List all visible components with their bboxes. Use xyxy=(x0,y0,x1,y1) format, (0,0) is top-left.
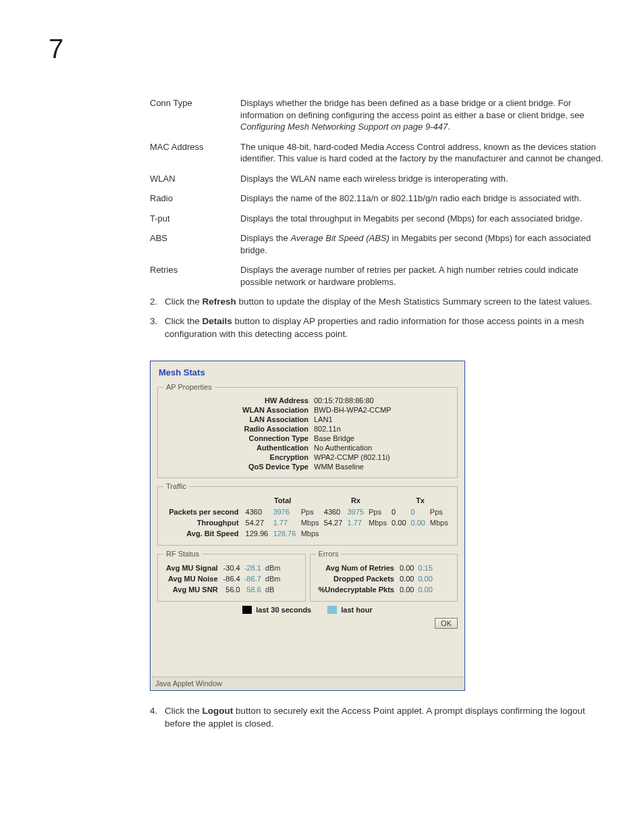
def-radio: Radio Displays the name of the 802.11a/n… xyxy=(150,192,609,205)
def-tput: T-put Displays the total throughput in M… xyxy=(150,213,609,225)
traffic-row-pps: Packets per second 43603976Pps 43603975P… xyxy=(165,507,450,517)
rf-status-group: RF Status Avg MU Signal-30.4-28.1dBm Avg… xyxy=(157,550,306,602)
definition-list: Conn Type Displays whether the bridge ha… xyxy=(150,97,609,296)
ok-button[interactable]: OK xyxy=(435,618,458,629)
swatch-black-icon xyxy=(242,606,252,614)
status-bar: Java Applet Window xyxy=(151,677,464,689)
ap-properties-legend: AP Properties xyxy=(163,383,215,391)
traffic-legend: Traffic xyxy=(163,482,189,490)
steps-top: 2. Click the Refresh button to update th… xyxy=(150,296,609,348)
mesh-stats-dialog: Mesh Stats AP Properties HW Address00:15… xyxy=(150,361,465,691)
traffic-table: Total Rx Tx Packets per second 43603976P… xyxy=(163,494,452,540)
legend-row: last 30 seconds last hour xyxy=(157,606,458,614)
def-mac-address: MAC Address The unique 48-bit, hard-code… xyxy=(150,141,609,165)
traffic-row-abs: Avg. Bit Speed 129.96128.76Mbps xyxy=(165,529,450,538)
dialog-title: Mesh Stats xyxy=(151,361,464,381)
steps-bottom: 4. Click the Logout button to securely e… xyxy=(150,705,609,737)
traffic-group: Traffic Total Rx Tx Packets per second 4… xyxy=(157,482,458,546)
def-retries: Retries Displays the average number of r… xyxy=(150,264,609,288)
errors-legend: Errors xyxy=(316,550,342,558)
page: 7 Conn Type Displays whether the bridge … xyxy=(0,0,644,834)
def-conn-type: Conn Type Displays whether the bridge ha… xyxy=(150,97,609,133)
rf-status-legend: RF Status xyxy=(163,550,202,558)
step-4: 4. Click the Logout button to securely e… xyxy=(150,705,609,731)
traffic-row-throughput: Throughput 54.271.77Mbps 54.271.77Mbps 0… xyxy=(165,518,450,527)
swatch-blue-icon xyxy=(327,606,337,614)
errors-group: Errors Avg Num of Retries0.000.15 Droppe… xyxy=(310,550,458,602)
errors-table: Avg Num of Retries0.000.15 Dropped Packe… xyxy=(316,562,435,596)
rf-status-table: Avg MU Signal-30.4-28.1dBm Avg MU Noise-… xyxy=(163,562,283,596)
ap-properties-group: AP Properties HW Address00:15:70:88:86:8… xyxy=(157,383,458,478)
def-abs: ABS Displays the Average Bit Speed (ABS)… xyxy=(150,232,609,256)
chapter-number: 7 xyxy=(49,34,63,64)
step-2: 2. Click the Refresh button to update th… xyxy=(150,296,609,309)
def-wlan: WLAN Displays the WLAN name each wireles… xyxy=(150,173,609,185)
step-3: 3. Click the Details button to display A… xyxy=(150,315,609,341)
